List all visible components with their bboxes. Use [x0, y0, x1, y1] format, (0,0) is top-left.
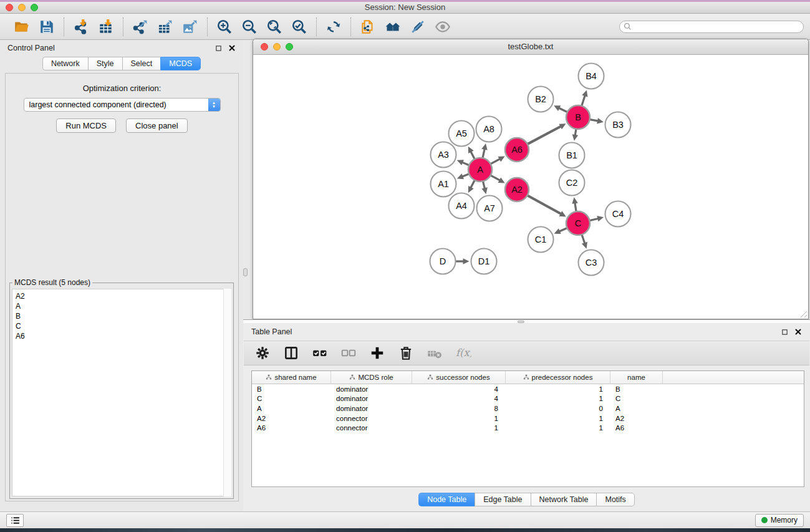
node-table[interactable]: shared nameMCDS rolesuccessor nodesprede… [251, 370, 804, 487]
net-zoom-button[interactable] [286, 43, 293, 51]
table-row[interactable]: Adominator80A [252, 404, 804, 414]
float-panel-icon[interactable] [215, 45, 222, 52]
table-row[interactable]: A6connector11A6 [252, 423, 804, 433]
gear-icon[interactable] [253, 344, 272, 362]
tab-select[interactable]: Select [122, 57, 161, 70]
memory-button[interactable]: Memory [755, 514, 804, 527]
cell-MCDS-role: connector [331, 424, 412, 432]
close-panel-icon[interactable] [228, 44, 236, 52]
export-network-icon[interactable] [129, 17, 152, 37]
tab-style[interactable]: Style [88, 57, 122, 70]
tab-network[interactable]: Network [42, 57, 88, 70]
edge-A-A5[interactable] [470, 151, 475, 159]
criterion-dropdown[interactable]: largest connected component (directed) ▲… [24, 98, 221, 112]
edge-C-C4[interactable] [590, 218, 599, 220]
cell-predecessor-nodes: 1 [506, 424, 610, 432]
table-row[interactable]: Cdominator41C [252, 394, 804, 404]
function-icon[interactable]: f(x) [454, 344, 473, 362]
home-icon[interactable] [382, 17, 404, 37]
column-header-name[interactable]: name [610, 371, 663, 384]
delete-icon[interactable] [397, 344, 415, 362]
node-label-C2: C2 [566, 178, 578, 188]
column-header-MCDS-role[interactable]: MCDS role [331, 371, 412, 384]
deselect-all-icon[interactable] [339, 344, 358, 362]
tab-edge-table[interactable]: Edge Table [475, 493, 530, 506]
clone-network-icon[interactable] [357, 17, 379, 37]
table-row[interactable]: Bdominator41B [252, 384, 804, 394]
edge-B-B4[interactable] [582, 95, 586, 105]
column-header-predecessor-nodes[interactable]: predecessor nodes [506, 371, 610, 384]
edge-B-B3[interactable] [590, 120, 599, 122]
column-label: successor nodes [436, 374, 489, 381]
close-table-panel-icon[interactable] [794, 328, 802, 336]
add-icon[interactable] [368, 344, 387, 362]
hide-annotations-icon[interactable] [407, 17, 429, 37]
search-box[interactable] [619, 21, 804, 33]
search-input[interactable] [634, 22, 799, 31]
delete-table-icon[interactable] [425, 344, 444, 362]
control-panel: Control Panel NetworkStyleSelectMCDS Opt… [0, 40, 243, 511]
tab-motifs[interactable]: Motifs [596, 493, 634, 506]
refresh-icon[interactable] [322, 17, 345, 37]
split-columns-icon[interactable] [282, 344, 301, 362]
edge-A2-C[interactable] [528, 195, 562, 214]
net-close-button[interactable] [261, 43, 268, 51]
tab-network-table[interactable]: Network Table [531, 493, 597, 506]
result-item[interactable]: C [16, 321, 231, 331]
node-label-A8: A8 [483, 124, 494, 134]
cell-successor-nodes: 8 [412, 405, 506, 412]
result-item[interactable]: A2 [16, 291, 231, 301]
edge-A-A6[interactable] [491, 158, 500, 163]
zoom-window-button[interactable] [31, 4, 38, 11]
result-item[interactable]: A [16, 301, 231, 311]
table-row[interactable]: A2connector11A2 [252, 414, 804, 423]
arrowhead-B-B1 [572, 134, 578, 141]
column-header-successor-nodes[interactable]: successor nodes [412, 371, 506, 384]
vertical-split-grip[interactable] [243, 268, 248, 276]
tab-node-table[interactable]: Node Table [418, 493, 475, 506]
edge-C-C3[interactable] [582, 235, 585, 244]
result-item[interactable]: B [16, 311, 231, 321]
float-table-panel-icon[interactable] [781, 329, 788, 336]
node-label-A3: A3 [438, 150, 449, 160]
column-header-shared-name[interactable]: shared name [252, 371, 331, 384]
export-table-icon[interactable] [154, 17, 176, 37]
edge-A-A2[interactable] [491, 175, 500, 180]
zoom-out-icon[interactable] [238, 17, 261, 37]
edge-C-C1[interactable] [559, 228, 567, 232]
mcds-result-list[interactable]: A2ABCA6 [12, 289, 231, 496]
edge-A-A8[interactable] [483, 148, 485, 158]
run-mcds-button[interactable]: Run MCDS [56, 118, 116, 133]
edge-B-B2[interactable] [558, 108, 567, 112]
zoom-fit-icon[interactable] [263, 17, 286, 37]
eye-icon[interactable] [432, 17, 454, 37]
result-item[interactable]: A6 [16, 331, 231, 341]
task-history-button[interactable] [6, 514, 24, 527]
cell-successor-nodes: 1 [412, 424, 506, 432]
tab-mcds[interactable]: MCDS [160, 57, 201, 70]
edge-A6-B[interactable] [528, 126, 561, 144]
zoom-in-icon[interactable] [213, 17, 236, 37]
network-canvas[interactable]: B4B2BB3A8A5A6A3B1AC2A1A2A4A7C4CC1C3DD1 [253, 55, 808, 319]
edge-A-A4[interactable] [470, 180, 475, 188]
network-window-titlebar[interactable]: testGlobe.txt [253, 39, 808, 55]
result-scrollbar[interactable] [223, 289, 231, 496]
hierarchy-icon [523, 374, 529, 380]
save-icon[interactable] [36, 17, 58, 37]
minimize-window-button[interactable] [18, 4, 26, 11]
horizontal-split-grip[interactable] [518, 321, 524, 323]
close-panel-button[interactable]: Close panel [126, 118, 188, 133]
edge-C-C2[interactable] [575, 202, 576, 211]
export-image-icon[interactable] [179, 17, 201, 37]
network-window[interactable]: testGlobe.txt B4B2BB3A8A5A6A3B1AC2A1A2A4… [253, 39, 809, 319]
open-folder-icon[interactable] [11, 17, 33, 37]
close-window-button[interactable] [6, 4, 13, 11]
column-label: name [627, 374, 645, 381]
import-table-icon[interactable] [95, 17, 117, 37]
network-graph[interactable]: B4B2BB3A8A5A6A3B1AC2A1A2A4A7C4CC1C3DD1 [253, 55, 808, 317]
net-minimize-button[interactable] [273, 43, 281, 51]
select-all-icon[interactable] [311, 344, 329, 362]
horizontal-divider[interactable] [243, 319, 810, 323]
zoom-selected-icon[interactable] [288, 17, 311, 37]
import-network-icon[interactable] [70, 17, 92, 37]
